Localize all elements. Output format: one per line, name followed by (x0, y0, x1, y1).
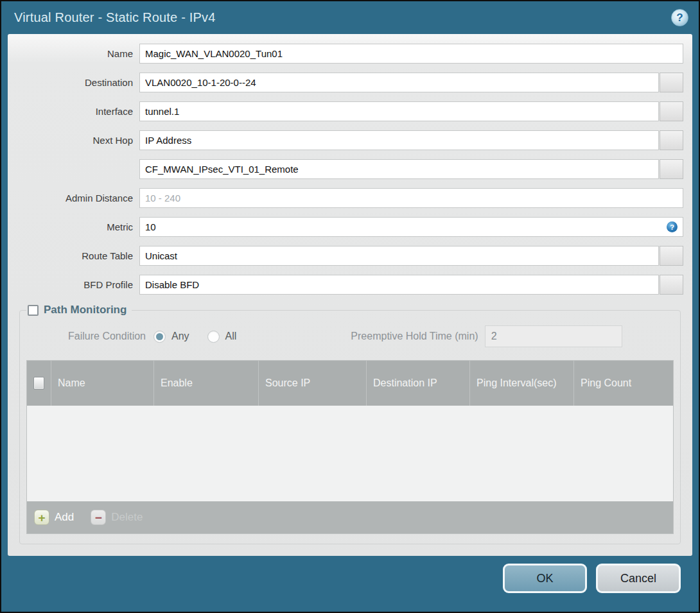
bfd-profile-label: BFD Profile (8, 279, 139, 290)
destination-label: Destination (8, 77, 139, 88)
column-header-ping-count[interactable]: Ping Count (573, 361, 673, 406)
admin-distance-row: Admin Distance (8, 188, 683, 208)
next-hop-address-row (8, 159, 683, 179)
radio-any-circle[interactable] (153, 331, 166, 343)
add-icon: + (34, 510, 49, 525)
radio-any-label: Any (171, 331, 189, 342)
interface-dropdown-button[interactable] (660, 101, 683, 121)
path-monitoring-section: Path Monitoring Failure Condition Any Al… (19, 304, 681, 544)
destination-dropdown-button[interactable] (660, 73, 683, 92)
help-icon[interactable]: ? (671, 9, 688, 26)
name-row: Name (8, 44, 683, 64)
table-header: Name Enable Source IP Destination IP Pin… (27, 361, 673, 406)
destination-row: Destination (8, 73, 683, 92)
failure-condition-radio-group: Any All (153, 331, 254, 343)
path-monitoring-controls: Failure Condition Any All Preemptive Hol… (26, 325, 674, 347)
delete-button[interactable]: − Delete (91, 510, 143, 525)
path-monitoring-table: Name Enable Source IP Destination IP Pin… (26, 360, 674, 534)
table-body (27, 406, 673, 501)
bfd-profile-dropdown-button[interactable] (660, 275, 683, 295)
route-table-label: Route Table (8, 250, 139, 261)
failure-condition-label: Failure Condition (26, 331, 153, 342)
delete-icon: − (91, 510, 106, 525)
preemptive-hold-time-label: Preemptive Hold Time (min) (351, 331, 484, 342)
column-header-source-ip[interactable]: Source IP (258, 361, 366, 406)
static-route-dialog: Virtual Router - Static Route - IPv4 ? N… (0, 0, 700, 613)
dialog-titlebar: Virtual Router - Static Route - IPv4 ? (1, 1, 699, 34)
select-all-checkbox[interactable] (33, 377, 44, 390)
metric-label: Metric (8, 221, 139, 232)
route-table-input[interactable] (139, 246, 659, 266)
radio-any[interactable]: Any (153, 331, 189, 343)
column-header-enable[interactable]: Enable (153, 361, 258, 406)
column-header-name[interactable]: Name (51, 361, 153, 406)
name-label: Name (8, 48, 139, 59)
info-icon[interactable]: ? (667, 221, 678, 232)
interface-input[interactable] (139, 101, 659, 121)
route-table-row: Route Table (8, 246, 683, 266)
next-hop-type-input[interactable] (139, 130, 659, 150)
dialog-content: Name Destination Interface (8, 34, 692, 556)
add-button[interactable]: + Add (34, 510, 74, 525)
table-footer: + Add − Delete (27, 501, 673, 533)
next-hop-address-dropdown-button[interactable] (660, 159, 683, 179)
radio-all-label: All (225, 331, 237, 342)
metric-input[interactable] (139, 217, 683, 237)
metric-row: Metric ? (8, 217, 683, 237)
next-hop-label: Next Hop (8, 135, 139, 146)
dialog-footer: OK Cancel (503, 564, 681, 593)
radio-all[interactable]: All (207, 331, 237, 343)
ok-button[interactable]: OK (503, 564, 587, 593)
interface-label: Interface (8, 106, 139, 117)
bfd-profile-input[interactable] (139, 275, 659, 295)
cancel-button[interactable]: Cancel (596, 564, 681, 593)
path-monitoring-checkbox[interactable] (28, 305, 39, 316)
static-route-form: Name Destination Interface (8, 34, 692, 295)
select-all-cell (27, 361, 51, 406)
name-input[interactable] (139, 44, 683, 64)
add-button-label: Add (55, 511, 74, 524)
admin-distance-label: Admin Distance (8, 193, 139, 203)
column-header-destination-ip[interactable]: Destination IP (366, 361, 469, 406)
delete-button-label: Delete (111, 511, 143, 524)
path-monitoring-legend: Path Monitoring (26, 304, 132, 316)
route-table-dropdown-button[interactable] (660, 246, 683, 266)
interface-row: Interface (8, 101, 683, 121)
admin-distance-input[interactable] (139, 188, 683, 208)
next-hop-type-dropdown-button[interactable] (660, 130, 683, 150)
next-hop-address-input[interactable] (139, 159, 659, 179)
bfd-profile-row: BFD Profile (8, 275, 683, 295)
dialog-title: Virtual Router - Static Route - IPv4 (14, 10, 671, 25)
next-hop-row: Next Hop (8, 130, 683, 150)
path-monitoring-title: Path Monitoring (44, 304, 127, 316)
column-header-ping-interval[interactable]: Ping Interval(sec) (469, 361, 573, 406)
radio-all-circle[interactable] (207, 331, 220, 343)
destination-input[interactable] (139, 73, 659, 92)
preemptive-hold-time-input[interactable] (485, 325, 622, 347)
